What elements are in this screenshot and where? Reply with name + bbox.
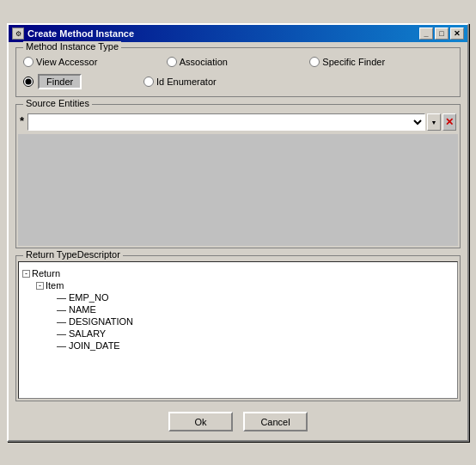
finder-button[interactable]: Finder (38, 74, 82, 89)
window-icon: ⚙ (12, 28, 24, 40)
tree-label-emp-no: EMP_NO (69, 292, 108, 303)
tree-item-return: - Return (22, 267, 454, 279)
tree-label-return: Return (32, 268, 60, 278)
title-buttons: _ □ ✕ (419, 28, 464, 40)
radio-label-id-enumerator[interactable]: Id Enumerator (156, 76, 217, 87)
title-bar: ⚙ Create Method Instance _ □ ✕ (9, 25, 467, 42)
close-button[interactable]: ✕ (450, 28, 464, 40)
radio-item-association: Association (167, 57, 310, 67)
radio-label-association[interactable]: Association (180, 57, 228, 67)
return-type-tree: - Return - Item — EMP_NO — NAME (18, 261, 458, 399)
tree-label-join-date: JOIN_DATE (69, 340, 120, 351)
source-entities-content: * ▼ ✕ (16, 110, 460, 134)
method-instance-type-group: Method Instance Type View Accessor Assoc… (15, 47, 461, 97)
tree-item-salary: — SALARY (22, 327, 454, 340)
combo-dropdown-button[interactable]: ▼ (427, 113, 441, 131)
tree-line-emp-no: — (57, 292, 64, 303)
tree-toggle-item[interactable]: - (36, 282, 44, 290)
return-descriptor-group: Return TypeDescriptor - Return - Item — … (15, 255, 461, 401)
maximize-button[interactable]: □ (435, 28, 449, 40)
radio-row-1: View Accessor Association Specific Finde… (23, 57, 453, 67)
delete-button[interactable]: ✕ (442, 113, 456, 131)
radio-specific-finder[interactable] (309, 57, 320, 67)
window-body: Method Instance Type View Accessor Assoc… (9, 42, 467, 440)
tree-label-name: NAME (69, 304, 96, 315)
cancel-button[interactable]: Cancel (243, 412, 308, 431)
radio-label-view-accessor[interactable]: View Accessor (36, 57, 97, 67)
tree-line-salary: — (57, 328, 64, 339)
asterisk: * (20, 114, 24, 127)
title-bar-left: ⚙ Create Method Instance (12, 28, 134, 40)
create-method-instance-window: ⚙ Create Method Instance _ □ ✕ Method In… (7, 23, 469, 442)
radio-label-specific-finder[interactable]: Specific Finder (322, 57, 385, 67)
source-entities-label: Source Entities (23, 98, 92, 108)
tree-label-salary: SALARY (69, 328, 106, 339)
bottom-buttons: Ok Cancel (15, 408, 461, 433)
window-title: Create Method Instance (27, 28, 134, 39)
tree-item-designation: — DESIGNATION (22, 315, 454, 327)
tree-item-join-date: — JOIN_DATE (22, 340, 454, 352)
radio-row-2: Finder Id Enumerator (23, 74, 453, 89)
radio-association[interactable] (167, 57, 177, 67)
radio-item-view-accessor: View Accessor (23, 57, 167, 67)
radio-item-finder: Finder (23, 74, 126, 89)
radio-finder[interactable] (23, 76, 34, 87)
radio-view-accessor[interactable] (23, 57, 34, 67)
tree-label-designation: DESIGNATION (69, 316, 133, 327)
tree-item-emp-no: — EMP_NO (22, 291, 454, 303)
tree-item-item: - Item (22, 279, 454, 291)
tree-toggle-return[interactable]: - (22, 270, 30, 278)
source-entities-body (18, 134, 458, 246)
return-descriptor-label: Return TypeDescriptor (23, 249, 123, 260)
source-entities-dropdown[interactable] (27, 113, 425, 131)
tree-line-designation: — (57, 316, 64, 327)
method-instance-type-label: Method Instance Type (23, 41, 121, 52)
source-combo-wrapper: ▼ ✕ (27, 113, 456, 131)
ok-button[interactable]: Ok (168, 412, 233, 431)
radio-group: View Accessor Association Specific Finde… (23, 53, 453, 89)
source-entities-group: Source Entities * ▼ ✕ (15, 104, 461, 248)
tree-line-join-date: — (57, 340, 64, 351)
radio-id-enumerator[interactable] (143, 76, 154, 87)
tree-line-name: — (57, 304, 64, 315)
tree-label-item: Item (46, 280, 64, 291)
radio-item-specific-finder: Specific Finder (309, 57, 453, 67)
minimize-button[interactable]: _ (419, 28, 433, 40)
tree-item-name: — NAME (22, 303, 454, 315)
radio-item-id-enumerator: Id Enumerator (143, 76, 453, 87)
